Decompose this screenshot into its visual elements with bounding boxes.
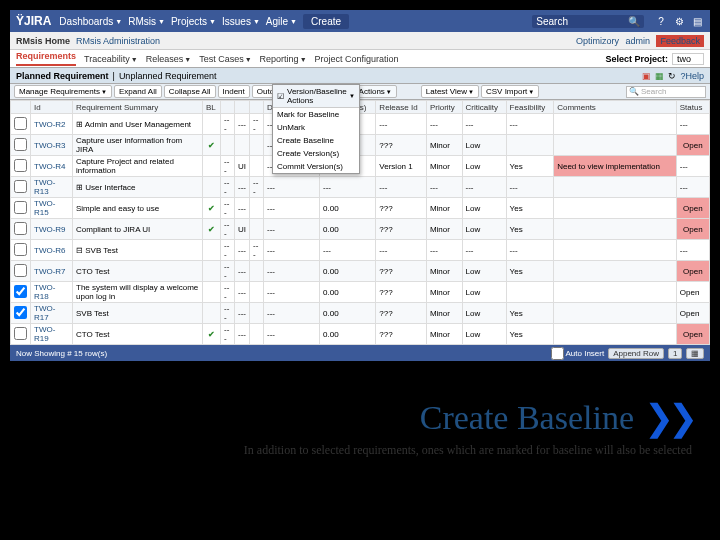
- create-button[interactable]: Create: [303, 14, 349, 29]
- nav-issues[interactable]: Issues▼: [222, 16, 260, 27]
- dd-commit-versions[interactable]: Commit Version(s): [273, 160, 359, 173]
- latest-view-button[interactable]: Latest View▼: [421, 85, 479, 98]
- col-header[interactable]: [221, 101, 235, 114]
- cell[interactable]: CTO Test: [73, 261, 203, 282]
- csv-import-button[interactable]: CSV Import▼: [481, 85, 539, 98]
- cell[interactable]: TWO-R15: [31, 198, 73, 219]
- gear-icon[interactable]: ⚙: [672, 14, 686, 28]
- cell[interactable]: [11, 198, 31, 219]
- cell[interactable]: TWO-R19: [31, 324, 73, 345]
- feedback-button[interactable]: Feedback: [656, 35, 704, 47]
- col-header[interactable]: Release Id: [376, 101, 427, 114]
- col-header[interactable]: [235, 101, 250, 114]
- nav-rmsis[interactable]: RMsis▼: [128, 16, 165, 27]
- cell[interactable]: CTO Test: [73, 324, 203, 345]
- cell[interactable]: [11, 135, 31, 156]
- cell[interactable]: [11, 261, 31, 282]
- table-row[interactable]: TWO-R6⊟ SVB Test------------------------…: [11, 240, 710, 261]
- col-header[interactable]: Comments: [554, 101, 677, 114]
- cell[interactable]: TWO-R13: [31, 177, 73, 198]
- cell[interactable]: [11, 282, 31, 303]
- auto-insert-checkbox[interactable]: [551, 347, 564, 360]
- row-checkbox[interactable]: [14, 117, 27, 130]
- cell[interactable]: TWO-R7: [31, 261, 73, 282]
- cell[interactable]: ⊟ SVB Test: [73, 240, 203, 261]
- tab-reporting[interactable]: Reporting▼: [260, 54, 307, 64]
- user-menu-icon[interactable]: ▤: [690, 14, 704, 28]
- cell[interactable]: The system will display a welcome upon l…: [73, 282, 203, 303]
- page-input[interactable]: 1: [668, 348, 682, 359]
- project-selector[interactable]: two: [672, 53, 704, 65]
- global-search[interactable]: Search 🔍: [532, 15, 644, 28]
- col-header[interactable]: Feasibility: [506, 101, 554, 114]
- row-checkbox[interactable]: [14, 285, 27, 298]
- cell[interactable]: [11, 240, 31, 261]
- append-row-button[interactable]: Append Row: [608, 348, 664, 359]
- cell[interactable]: TWO-R17: [31, 303, 73, 324]
- col-header[interactable]: [11, 101, 31, 114]
- row-checkbox[interactable]: [14, 306, 27, 319]
- excel-icon[interactable]: ▦: [655, 71, 664, 81]
- table-row[interactable]: TWO-R15Simple and easy to use✔---------0…: [11, 198, 710, 219]
- table-row[interactable]: TWO-R7CTO Test---------0.00???MinorLowYe…: [11, 261, 710, 282]
- dd-mark-baseline[interactable]: Mark for Baseline: [273, 108, 359, 121]
- table-row[interactable]: TWO-R19CTO Test✔---------0.00???MinorLow…: [11, 324, 710, 345]
- collapse-all-button[interactable]: Collapse All: [164, 85, 216, 98]
- cell[interactable]: Capture Project and related information: [73, 156, 203, 177]
- optimizory-link[interactable]: Optimizory: [576, 36, 619, 46]
- table-row[interactable]: TWO-R4Capture Project and related inform…: [11, 156, 710, 177]
- cell[interactable]: [11, 219, 31, 240]
- planned-req-tab[interactable]: Planned Requirement: [16, 71, 109, 81]
- rmsis-admin-link[interactable]: RMsis Administration: [76, 36, 160, 46]
- row-checkbox[interactable]: [14, 138, 27, 151]
- table-row[interactable]: TWO-R2⊞ Admin and User Management-------…: [11, 114, 710, 135]
- refresh-icon[interactable]: ↻: [668, 71, 676, 81]
- admin-user-link[interactable]: admin: [625, 36, 650, 46]
- rmsis-home-link[interactable]: RMsis Home: [16, 36, 70, 46]
- cell[interactable]: TWO-R18: [31, 282, 73, 303]
- col-header[interactable]: Priority: [426, 101, 462, 114]
- cell[interactable]: [11, 177, 31, 198]
- nav-agile[interactable]: Agile▼: [266, 16, 297, 27]
- row-checkbox[interactable]: [14, 222, 27, 235]
- cell[interactable]: [11, 156, 31, 177]
- tab-projconfig[interactable]: Project Configuration: [315, 54, 399, 64]
- col-header[interactable]: [250, 101, 264, 114]
- dd-unmark[interactable]: UnMark: [273, 121, 359, 134]
- pdf-icon[interactable]: ▣: [642, 71, 651, 81]
- row-checkbox[interactable]: [14, 201, 27, 214]
- row-checkbox[interactable]: [14, 327, 27, 340]
- cell[interactable]: Simple and easy to use: [73, 198, 203, 219]
- col-header[interactable]: Criticality: [462, 101, 506, 114]
- dd-create-versions[interactable]: Create Version(s): [273, 147, 359, 160]
- cell[interactable]: Capture user information from JIRA: [73, 135, 203, 156]
- row-checkbox[interactable]: [14, 243, 27, 256]
- indent-button[interactable]: Indent: [218, 85, 250, 98]
- tab-testcases[interactable]: Test Cases▼: [199, 54, 251, 64]
- table-row[interactable]: TWO-R18The system will display a welcome…: [11, 282, 710, 303]
- table-row[interactable]: TWO-R13⊞ User Interface-----------------…: [11, 177, 710, 198]
- cell[interactable]: ⊞ Admin and User Management: [73, 114, 203, 135]
- row-checkbox[interactable]: [14, 180, 27, 193]
- table-row[interactable]: TWO-R17SVB Test---------0.00???MinorLowY…: [11, 303, 710, 324]
- tab-releases[interactable]: Releases▼: [146, 54, 191, 64]
- row-checkbox[interactable]: [14, 264, 27, 277]
- cell[interactable]: SVB Test: [73, 303, 203, 324]
- search-input[interactable]: [568, 16, 628, 26]
- manage-req-button[interactable]: Manage Requirements▼: [14, 85, 112, 98]
- nav-dashboards[interactable]: Dashboards▼: [59, 16, 122, 27]
- grid-icon[interactable]: ▦: [686, 348, 704, 359]
- table-row[interactable]: TWO-R9Compliant to JIRA UI✔---UI---0.00?…: [11, 219, 710, 240]
- help-icon-2[interactable]: ?Help: [680, 71, 704, 81]
- tab-traceability[interactable]: Traceability▼: [84, 54, 138, 64]
- cell[interactable]: TWO-R2: [31, 114, 73, 135]
- table-row[interactable]: TWO-R3Capture user information from JIRA…: [11, 135, 710, 156]
- cell[interactable]: Compliant to JIRA UI: [73, 219, 203, 240]
- cell[interactable]: [11, 324, 31, 345]
- cell[interactable]: [11, 114, 31, 135]
- nav-projects[interactable]: Projects▼: [171, 16, 216, 27]
- expand-all-button[interactable]: Expand All: [114, 85, 162, 98]
- cell[interactable]: TWO-R3: [31, 135, 73, 156]
- col-header[interactable]: Id: [31, 101, 73, 114]
- col-header[interactable]: BL: [203, 101, 221, 114]
